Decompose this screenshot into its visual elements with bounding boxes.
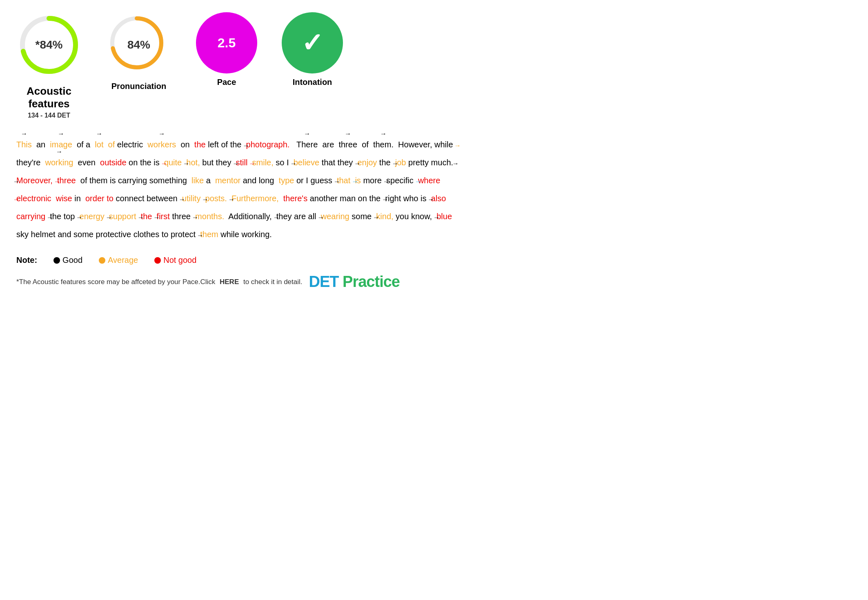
intonation-label: Intonation	[293, 78, 332, 87]
legend-good: Good	[53, 256, 82, 265]
footer-text2: to check it in detail.	[241, 278, 302, 286]
acoustic-circle: *84%	[16, 12, 82, 78]
acoustic-metric: *84% Acousticfeatures 134 - 144 DET	[16, 12, 82, 119]
word-three1: →three	[338, 136, 357, 153]
det-practice-logo: DET Practice	[309, 273, 400, 291]
acoustic-title: Acousticfeatures	[27, 85, 71, 110]
dot-good	[53, 257, 60, 264]
word-this: →This	[16, 136, 32, 153]
pronunciation-label: Pronunciation	[111, 82, 166, 91]
footer-here-link[interactable]: HERE	[220, 278, 239, 286]
checkmark-icon: ✓	[301, 30, 323, 56]
transcript-line4: →electronic wise in order to connect bet…	[16, 194, 446, 203]
legend-not-good: Not good	[154, 256, 196, 265]
footer-row: *The Acoustic features score may be affc…	[16, 273, 474, 291]
transcript-line1: →This an →image of a →lot of electric →w…	[16, 140, 458, 149]
legend-good-text: Good	[62, 256, 82, 265]
transcript-area: →This an →image of a →lot of electric →w…	[16, 136, 474, 243]
footer-text: *The Acoustic features score may be affc…	[16, 278, 217, 286]
dot-average	[99, 257, 105, 264]
intonation-circle: ✓	[282, 12, 343, 73]
word-them1: →them.	[373, 136, 394, 153]
intonation-metric: ✓ Intonation	[282, 12, 343, 87]
pronunciation-circle: 84%	[106, 12, 171, 78]
acoustic-asterisk: *	[36, 38, 40, 51]
acoustic-subtitle: 134 - 144 DET	[27, 112, 71, 119]
word-working1: →working	[45, 153, 73, 171]
pace-label: Pace	[217, 78, 236, 87]
word-workers: →workers	[147, 136, 176, 153]
legend-average: Average	[99, 256, 138, 265]
transcript-line5: carrying →the top →energy →support →the …	[16, 212, 452, 221]
transcript-line6: sky helmet and some protective clothes t…	[16, 230, 272, 239]
dot-not-good	[154, 257, 161, 264]
acoustic-label: Acousticfeatures 134 - 144 DET	[27, 85, 71, 119]
legend-average-text: Average	[108, 256, 138, 265]
metrics-row: *84% Acousticfeatures 134 - 144 DET 84% …	[16, 12, 474, 119]
pace-metric: 2.5 Pace	[196, 12, 257, 87]
pronunciation-metric: 84% Pronunciation	[106, 12, 171, 91]
word-lot: →lot	[95, 136, 103, 153]
pace-score: 2.5	[218, 36, 236, 51]
pace-circle: 2.5	[196, 12, 257, 73]
note-row: Note: Good Average Not good	[16, 256, 474, 265]
acoustic-score: *84%	[36, 38, 63, 51]
pronunciation-score: 84%	[127, 38, 150, 51]
note-label: Note:	[16, 256, 37, 265]
transcript-line3: →Moreover, →three of them is carrying so…	[16, 176, 440, 185]
transcript-line2: they're →working even outside on the is …	[16, 158, 456, 167]
legend-not-good-text: Not good	[163, 256, 196, 265]
word-there: →There	[296, 136, 318, 153]
